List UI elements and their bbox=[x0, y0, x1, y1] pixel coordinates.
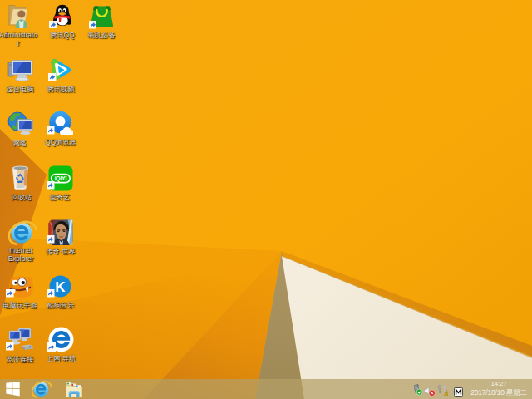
svg-text:K: K bbox=[55, 279, 66, 295]
svg-text:iQIYI: iQIYI bbox=[55, 175, 67, 182]
